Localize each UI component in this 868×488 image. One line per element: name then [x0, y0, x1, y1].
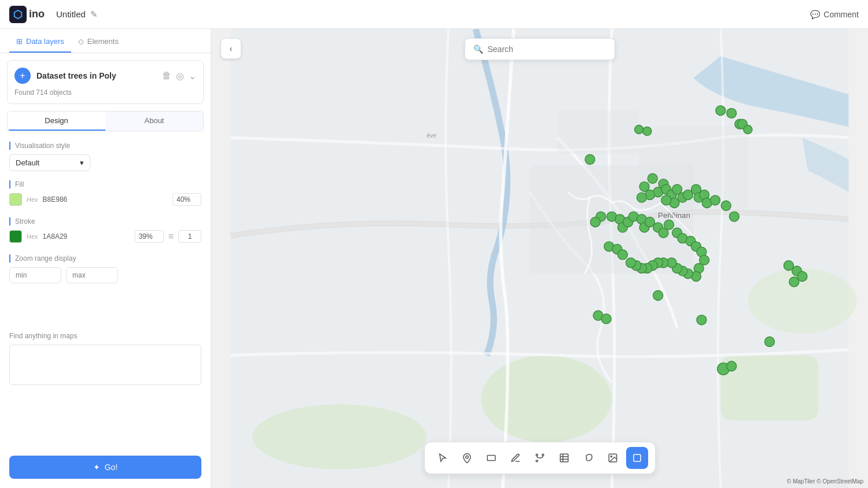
svg-point-75	[601, 314, 611, 324]
map-search-bar[interactable]: 🔍	[465, 38, 615, 60]
elements-icon: ◇	[78, 37, 84, 46]
tab-elements[interactable]: ◇ Elements	[71, 29, 126, 53]
svg-point-24	[661, 195, 671, 205]
back-arrow-icon: ‹	[230, 44, 233, 53]
found-objects-count: Found 714 objects	[14, 88, 196, 97]
svg-marker-0	[14, 10, 22, 18]
zoom-inputs	[9, 267, 201, 283]
toolbar-cursor-btn[interactable]	[432, 447, 454, 469]
svg-point-91	[536, 460, 538, 462]
map-toolbar	[424, 442, 656, 474]
viz-style-select[interactable]: Default ▾	[9, 154, 90, 171]
edit-title-icon[interactable]: ✎	[90, 9, 98, 20]
map-search-input[interactable]	[488, 45, 606, 54]
map-search-icon: 🔍	[473, 45, 483, 54]
dataset-header: + Dataset trees in Poly 🗑 ◎ ⌄	[14, 68, 196, 84]
comment-label: Comment	[823, 10, 859, 19]
main-content: ⊞ Data layers ◇ Elements + Dataset trees…	[0, 29, 868, 488]
logo-text: ino	[29, 8, 45, 20]
find-anything-input[interactable]	[9, 345, 201, 385]
svg-point-42	[590, 217, 600, 227]
tab-data-layers[interactable]: ⊞ Data layers	[9, 29, 71, 53]
svg-point-64	[617, 250, 627, 260]
svg-point-61	[626, 258, 636, 268]
toolbar-square-btn[interactable]	[626, 447, 648, 469]
tab-data-layers-label: Data layers	[26, 37, 64, 46]
svg-rect-8	[557, 110, 639, 154]
layers-icon: ⊞	[16, 37, 23, 46]
header: ino Untitled ✎ 💬 Comment	[0, 0, 868, 29]
dataset-add-icon[interactable]: +	[14, 68, 31, 84]
svg-point-3	[481, 355, 612, 442]
svg-point-73	[653, 291, 663, 301]
tab-elements-label: Elements	[87, 37, 119, 46]
stroke-label: Stroke	[9, 217, 201, 225]
comment-icon: 💬	[810, 10, 820, 19]
svg-point-66	[716, 106, 726, 116]
fill-color-swatch[interactable]	[9, 193, 22, 206]
svg-point-87	[465, 456, 468, 459]
dataset-title: Dataset trees in Poly	[36, 71, 156, 80]
svg-point-78	[727, 361, 737, 371]
svg-point-12	[648, 173, 657, 183]
sparkle-icon: ✦	[93, 463, 100, 472]
dataset-card: + Dataset trees in Poly 🗑 ◎ ⌄ Found 714 …	[7, 60, 204, 104]
find-anything-section: Find anything in maps	[0, 323, 211, 394]
sidebar: ⊞ Data layers ◇ Elements + Dataset trees…	[0, 29, 211, 488]
viz-style-label: Visualisation style	[9, 142, 201, 150]
toolbar-pin-btn[interactable]	[456, 447, 478, 469]
delete-icon[interactable]: 🗑	[162, 71, 171, 81]
svg-rect-88	[487, 456, 495, 461]
sidebar-panel: + Dataset trees in Poly 🗑 ◎ ⌄ Found 714 …	[0, 53, 211, 449]
toolbar-lasso-btn[interactable]	[578, 447, 599, 469]
toolbar-table-btn[interactable]	[553, 447, 575, 469]
fill-hex-value: B8E986	[43, 195, 68, 204]
visibility-icon[interactable]: ◎	[176, 71, 184, 82]
logo-icon	[9, 6, 27, 23]
sidebar-tab-bar: ⊞ Data layers ◇ Elements	[0, 29, 211, 53]
svg-point-4	[252, 404, 426, 469]
svg-rect-92	[560, 454, 568, 462]
go-button[interactable]: ✦ Go!	[9, 456, 201, 479]
svg-point-90	[542, 454, 543, 456]
chevron-down-icon: ▾	[80, 158, 84, 167]
svg-point-72	[643, 127, 652, 135]
zoom-range-section: Zoom range display	[0, 250, 211, 288]
map-back-button[interactable]: ‹	[220, 38, 241, 59]
svg-point-84	[721, 201, 731, 210]
stroke-color-swatch[interactable]	[9, 230, 22, 243]
toolbar-path-btn[interactable]	[529, 447, 551, 469]
stroke-opacity-input[interactable]	[135, 230, 164, 243]
fill-opacity-input[interactable]	[172, 193, 201, 206]
comment-button[interactable]: 💬 Comment	[810, 10, 859, 19]
svg-point-40	[664, 220, 674, 230]
dataset-actions: 🗑 ◎ ⌄	[162, 71, 196, 82]
toolbar-rectangle-btn[interactable]	[480, 447, 502, 469]
fill-hex-label: Hex	[27, 196, 38, 203]
map-area: Peññinan Cabestany	[211, 29, 868, 488]
map-background: Peññinan Cabestany	[211, 29, 868, 488]
tab-about[interactable]: About	[105, 112, 203, 131]
toolbar-pen-btn[interactable]	[505, 447, 527, 469]
svg-point-89	[536, 454, 538, 456]
svg-point-67	[727, 108, 737, 118]
svg-point-20	[637, 193, 646, 202]
toolbar-image-btn[interactable]	[602, 447, 624, 469]
header-right: 💬 Comment	[810, 10, 859, 19]
document-title-area: Untitled ✎	[56, 9, 98, 20]
zoom-min-input[interactable]	[9, 267, 61, 283]
svg-point-76	[697, 315, 707, 325]
svg-point-83	[789, 277, 799, 287]
stroke-hex-value: 1A8A29	[43, 232, 68, 241]
stroke-weight-input[interactable]	[178, 230, 201, 243]
zoom-max-input[interactable]	[66, 267, 118, 283]
viz-style-value: Default	[16, 158, 39, 167]
tab-design[interactable]: Design	[8, 112, 105, 131]
expand-icon[interactable]: ⌄	[189, 71, 196, 82]
svg-point-71	[635, 125, 643, 134]
svg-point-79	[765, 337, 775, 346]
fill-label: Fill	[9, 180, 201, 188]
svg-point-70	[744, 125, 752, 134]
svg-point-94	[610, 456, 612, 457]
viz-style-section: Visualisation style Default ▾	[0, 137, 211, 176]
